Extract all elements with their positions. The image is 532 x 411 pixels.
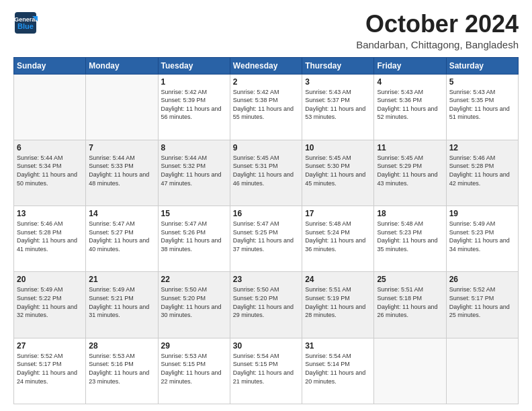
cell-detail: Sunrise: 5:54 AMSunset: 5:14 PMDaylight:… [305, 352, 371, 385]
page: General Blue October 2024 Bandarban, Chi… [0, 0, 532, 411]
col-sunday: Sunday [14, 57, 86, 74]
table-row: 26Sunrise: 5:52 AMSunset: 5:17 PMDayligh… [446, 272, 518, 338]
cell-detail: Sunrise: 5:52 AMSunset: 5:17 PMDaylight:… [449, 285, 515, 319]
cell-detail: Sunrise: 5:43 AMSunset: 5:37 PMDaylight:… [305, 88, 371, 122]
table-row: 7Sunrise: 5:44 AMSunset: 5:33 PMDaylight… [86, 140, 158, 205]
col-monday: Monday [86, 57, 158, 74]
day-number: 2 [233, 77, 299, 87]
cell-detail: Sunrise: 5:49 AMSunset: 5:22 PMDaylight:… [17, 285, 83, 319]
cell-detail: Sunrise: 5:53 AMSunset: 5:15 PMDaylight:… [161, 352, 227, 385]
day-number: 4 [377, 77, 443, 87]
cell-detail: Sunrise: 5:50 AMSunset: 5:20 PMDaylight:… [161, 285, 227, 319]
table-row: 23Sunrise: 5:50 AMSunset: 5:20 PMDayligh… [230, 272, 302, 338]
col-tuesday: Tuesday [158, 57, 230, 74]
cell-detail: Sunrise: 5:50 AMSunset: 5:20 PMDaylight:… [233, 285, 299, 319]
cell-detail: Sunrise: 5:42 AMSunset: 5:38 PMDaylight:… [233, 88, 299, 122]
table-row: 4Sunrise: 5:43 AMSunset: 5:36 PMDaylight… [374, 74, 446, 140]
day-number: 8 [161, 143, 227, 152]
day-number: 21 [89, 275, 154, 284]
table-row: 15Sunrise: 5:47 AMSunset: 5:26 PMDayligh… [158, 206, 230, 272]
svg-text:Blue: Blue [17, 22, 34, 30]
col-saturday: Saturday [446, 57, 518, 74]
logo: General Blue [13, 11, 38, 35]
cell-detail: Sunrise: 5:44 AMSunset: 5:33 PMDaylight:… [89, 154, 154, 187]
day-number: 11 [377, 143, 443, 152]
table-row: 11Sunrise: 5:45 AMSunset: 5:29 PMDayligh… [374, 140, 446, 205]
cell-detail: Sunrise: 5:51 AMSunset: 5:19 PMDaylight:… [305, 285, 371, 319]
day-number: 6 [17, 143, 83, 152]
calendar-week-1: 1Sunrise: 5:42 AMSunset: 5:39 PMDaylight… [14, 74, 519, 140]
cell-detail: Sunrise: 5:43 AMSunset: 5:35 PMDaylight:… [449, 88, 515, 122]
calendar-header-row: Sunday Monday Tuesday Wednesday Thursday… [14, 57, 519, 74]
col-thursday: Thursday [302, 57, 374, 74]
month-title: October 2024 [356, 11, 519, 38]
table-row: 6Sunrise: 5:44 AMSunset: 5:34 PMDaylight… [14, 140, 86, 205]
table-row: 14Sunrise: 5:47 AMSunset: 5:27 PMDayligh… [86, 206, 158, 272]
day-number: 16 [233, 209, 299, 218]
table-row [374, 338, 446, 404]
day-number: 20 [17, 275, 83, 284]
location: Bandarban, Chittagong, Bangladesh [356, 39, 519, 50]
day-number: 26 [449, 275, 515, 284]
col-friday: Friday [374, 57, 446, 74]
cell-detail: Sunrise: 5:53 AMSunset: 5:16 PMDaylight:… [89, 352, 154, 385]
day-number: 12 [449, 143, 515, 152]
cell-detail: Sunrise: 5:47 AMSunset: 5:25 PMDaylight:… [233, 220, 299, 253]
cell-detail: Sunrise: 5:44 AMSunset: 5:34 PMDaylight:… [17, 154, 83, 187]
day-number: 29 [161, 341, 227, 351]
cell-detail: Sunrise: 5:45 AMSunset: 5:30 PMDaylight:… [305, 154, 371, 187]
header: General Blue October 2024 Bandarban, Chi… [13, 11, 519, 50]
cell-detail: Sunrise: 5:46 AMSunset: 5:28 PMDaylight:… [17, 220, 83, 253]
table-row: 13Sunrise: 5:46 AMSunset: 5:28 PMDayligh… [14, 206, 86, 272]
cell-detail: Sunrise: 5:47 AMSunset: 5:27 PMDaylight:… [89, 220, 154, 253]
cell-detail: Sunrise: 5:47 AMSunset: 5:26 PMDaylight:… [161, 220, 227, 253]
table-row: 27Sunrise: 5:52 AMSunset: 5:17 PMDayligh… [14, 338, 86, 404]
calendar-week-4: 20Sunrise: 5:49 AMSunset: 5:22 PMDayligh… [14, 272, 519, 338]
day-number: 18 [377, 209, 443, 218]
day-number: 30 [233, 341, 299, 351]
cell-detail: Sunrise: 5:49 AMSunset: 5:23 PMDaylight:… [449, 220, 515, 253]
table-row: 20Sunrise: 5:49 AMSunset: 5:22 PMDayligh… [14, 272, 86, 338]
day-number: 24 [305, 275, 371, 284]
table-row: 18Sunrise: 5:48 AMSunset: 5:23 PMDayligh… [374, 206, 446, 272]
logo-icon: General Blue [13, 11, 38, 35]
day-number: 23 [233, 275, 299, 284]
day-number: 9 [233, 143, 299, 152]
day-number: 27 [17, 341, 83, 351]
cell-detail: Sunrise: 5:43 AMSunset: 5:36 PMDaylight:… [377, 88, 443, 122]
day-number: 17 [305, 209, 371, 218]
table-row: 19Sunrise: 5:49 AMSunset: 5:23 PMDayligh… [446, 206, 518, 272]
day-number: 1 [161, 77, 227, 87]
table-row: 29Sunrise: 5:53 AMSunset: 5:15 PMDayligh… [158, 338, 230, 404]
table-row: 2Sunrise: 5:42 AMSunset: 5:38 PMDaylight… [230, 74, 302, 140]
table-row: 5Sunrise: 5:43 AMSunset: 5:35 PMDaylight… [446, 74, 518, 140]
calendar-week-2: 6Sunrise: 5:44 AMSunset: 5:34 PMDaylight… [14, 140, 519, 205]
day-number: 19 [449, 209, 515, 218]
table-row: 10Sunrise: 5:45 AMSunset: 5:30 PMDayligh… [302, 140, 374, 205]
day-number: 5 [449, 77, 515, 87]
table-row: 30Sunrise: 5:54 AMSunset: 5:15 PMDayligh… [230, 338, 302, 404]
day-number: 10 [305, 143, 371, 152]
cell-detail: Sunrise: 5:54 AMSunset: 5:15 PMDaylight:… [233, 352, 299, 385]
table-row: 9Sunrise: 5:45 AMSunset: 5:31 PMDaylight… [230, 140, 302, 205]
cell-detail: Sunrise: 5:49 AMSunset: 5:21 PMDaylight:… [89, 285, 154, 319]
table-row: 24Sunrise: 5:51 AMSunset: 5:19 PMDayligh… [302, 272, 374, 338]
table-row: 17Sunrise: 5:48 AMSunset: 5:24 PMDayligh… [302, 206, 374, 272]
table-row [446, 338, 518, 404]
calendar-table: Sunday Monday Tuesday Wednesday Thursday… [13, 57, 519, 404]
title-area: October 2024 Bandarban, Chittagong, Bang… [356, 11, 519, 50]
day-number: 7 [89, 143, 154, 152]
cell-detail: Sunrise: 5:46 AMSunset: 5:28 PMDaylight:… [449, 154, 515, 187]
table-row: 22Sunrise: 5:50 AMSunset: 5:20 PMDayligh… [158, 272, 230, 338]
table-row: 3Sunrise: 5:43 AMSunset: 5:37 PMDaylight… [302, 74, 374, 140]
table-row: 12Sunrise: 5:46 AMSunset: 5:28 PMDayligh… [446, 140, 518, 205]
cell-detail: Sunrise: 5:48 AMSunset: 5:23 PMDaylight:… [377, 220, 443, 253]
cell-detail: Sunrise: 5:45 AMSunset: 5:29 PMDaylight:… [377, 154, 443, 187]
table-row [14, 74, 86, 140]
day-number: 14 [89, 209, 154, 218]
day-number: 31 [305, 341, 371, 351]
cell-detail: Sunrise: 5:44 AMSunset: 5:32 PMDaylight:… [161, 154, 227, 187]
day-number: 15 [161, 209, 227, 218]
calendar-week-3: 13Sunrise: 5:46 AMSunset: 5:28 PMDayligh… [14, 206, 519, 272]
table-row: 1Sunrise: 5:42 AMSunset: 5:39 PMDaylight… [158, 74, 230, 140]
